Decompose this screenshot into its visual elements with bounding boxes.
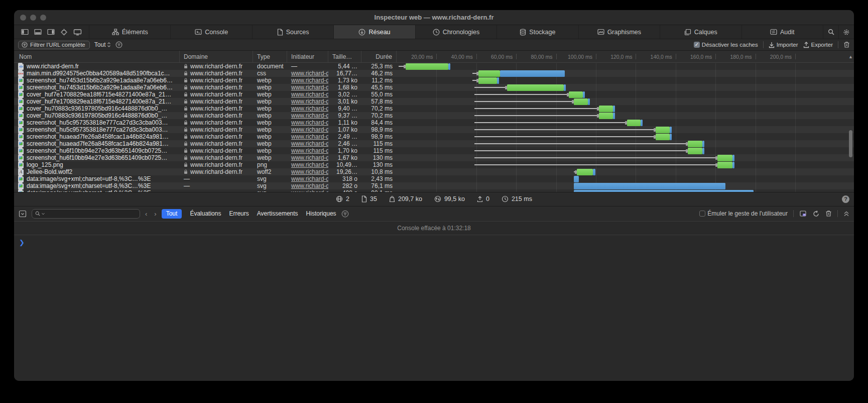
column-header-domaine[interactable]: Domaine	[180, 51, 253, 62]
network-request-row[interactable]: cover_huf7e1708829ea18f6715e48271400e87a…	[14, 91, 854, 98]
waterfall-download-segment[interactable]	[732, 162, 734, 168]
waterfall-download-segment[interactable]	[702, 141, 704, 147]
waterfall-download-segment[interactable]	[613, 106, 615, 112]
reload-icon[interactable]	[812, 210, 820, 218]
tab-calques[interactable]: Calques	[660, 25, 741, 39]
console-collapse-icon[interactable]	[19, 210, 27, 218]
waterfall-response-segment[interactable]	[688, 148, 703, 154]
waterfall-download-segment[interactable]	[500, 70, 565, 77]
initiator-link[interactable]: www.richard-d…	[291, 77, 328, 84]
tab-sources[interactable]: Sources	[252, 25, 333, 39]
network-request-row[interactable]: screenshot_hu5c957353818e777ca27d3c3cba0…	[14, 126, 854, 133]
filter-url-button[interactable]: Filtrer l'URL complète	[18, 41, 90, 49]
resource-type-dropdown[interactable]: Tout	[94, 41, 111, 48]
tab-reseau[interactable]: Réseau	[333, 25, 415, 39]
waterfall-download-segment[interactable]	[702, 148, 704, 154]
initiator-link[interactable]: www.richard-d…	[291, 119, 328, 126]
initiator-link[interactable]: www.richard-d…	[291, 182, 328, 189]
waterfall-download-segment[interactable]	[641, 120, 643, 126]
waterfall-waiting-segment[interactable]	[474, 136, 656, 137]
waterfall-waiting-segment[interactable]	[474, 122, 627, 123]
network-request-row[interactable]: data:image/svg+xml;charset=utf-8,%3C…%3E…	[14, 182, 854, 189]
network-request-row[interactable]: data:image/svg+xml;charset=utf-8,%3C…%3E…	[14, 175, 854, 182]
import-button[interactable]: Importer	[769, 42, 798, 48]
column-header-duree[interactable]: Durée	[361, 51, 397, 62]
network-request-row[interactable]: screenshot_huaead7fe26a8458fcac1a46b824a…	[14, 140, 854, 147]
tab-elements[interactable]: Éléments	[89, 25, 170, 39]
waterfall-waiting-segment[interactable]	[474, 108, 599, 109]
previous-result-button[interactable]: ‹	[145, 210, 147, 218]
waterfall-download-segment[interactable]	[588, 98, 590, 105]
waterfall-download-segment[interactable]	[583, 91, 585, 98]
tab-console[interactable]: Console	[170, 25, 252, 39]
network-request-row[interactable]: AJellee-Bold.woff2www.richard-dern.frwof…	[14, 168, 854, 175]
waterfall-download-segment[interactable]	[670, 134, 672, 140]
column-header-taille[interactable]: Taille…	[328, 51, 361, 62]
column-header-type[interactable]: Type	[253, 51, 287, 62]
waterfall-response-segment[interactable]	[688, 141, 703, 147]
initiator-link[interactable]: www.richard-d…	[291, 140, 328, 147]
network-request-row[interactable]: logo_125.pngwww.richard-dern.frpngwww.ri…	[14, 161, 854, 168]
console-filter-options-icon[interactable]	[341, 210, 349, 218]
waterfall-download-segment[interactable]	[574, 176, 579, 182]
waterfall-waiting-segment[interactable]	[474, 94, 569, 95]
waterfall-download-segment[interactable]	[732, 155, 734, 161]
waterfall-waiting-segment[interactable]	[474, 150, 688, 151]
clear-console-trash-icon[interactable]	[825, 210, 832, 217]
initiator-link[interactable]: www.richard-d…	[291, 154, 328, 161]
waterfall-response-segment[interactable]	[599, 106, 613, 112]
waterfall-response-segment[interactable]	[574, 98, 588, 105]
waterfall-response-segment[interactable]	[599, 113, 613, 119]
help-icon[interactable]: ?	[842, 195, 849, 203]
dock-right-icon[interactable]	[47, 29, 55, 35]
network-request-row[interactable]: screenshot_hu7453d15b6b2a929e1adaa8e7a06…	[14, 84, 854, 91]
console-filter-avertissements[interactable]: Avertissements	[257, 210, 298, 217]
console-search-input[interactable]	[46, 211, 137, 217]
waterfall-response-segment[interactable]	[507, 84, 564, 91]
dock-left-icon[interactable]	[21, 29, 29, 35]
network-request-row[interactable]: cover_huf7e1708829ea18f6715e48271400e87a…	[14, 98, 854, 105]
tab-graphismes[interactable]: Graphismes	[578, 25, 660, 39]
waterfall-download-segment[interactable]	[613, 113, 615, 119]
waterfall-download-segment[interactable]	[448, 63, 450, 70]
emulate-user-gesture-checkbox[interactable]: Émuler le geste de l'utilisateur	[699, 210, 788, 217]
waterfall-download-segment[interactable]	[497, 77, 499, 84]
waterfall-waiting-segment[interactable]	[474, 87, 508, 88]
initiator-link[interactable]: www.richard-d…	[291, 84, 328, 91]
filter-options-icon[interactable]	[115, 41, 122, 48]
waterfall-waiting-segment[interactable]	[474, 101, 574, 102]
network-request-row[interactable]: screenshot_huaead7fe26a8458fcac1a46b824a…	[14, 133, 854, 140]
initiator-link[interactable]: www.richard-d…	[291, 70, 328, 77]
waterfall-download-segment[interactable]	[574, 183, 725, 189]
waterfall-download-segment[interactable]	[670, 127, 672, 133]
console-search-field[interactable]	[32, 209, 140, 219]
waterfall-response-segment[interactable]	[478, 70, 501, 77]
initiator-link[interactable]: www.richard-d…	[291, 91, 328, 98]
waterfall-waiting-segment[interactable]	[474, 115, 599, 116]
network-request-row[interactable]: screenshot_hu5c957353818e777ca27d3c3cba0…	[14, 119, 854, 126]
initiator-link[interactable]: www.richard-d…	[291, 175, 328, 182]
scrollbar-thumb[interactable]	[849, 130, 852, 157]
element-picker-icon[interactable]	[60, 29, 68, 36]
waterfall-waiting-segment[interactable]	[474, 143, 688, 144]
network-request-row[interactable]: cssmain.min.d9924575ec0bba420589a48d5190…	[14, 70, 854, 77]
initiator-link[interactable]: www.richard-d…	[291, 147, 328, 154]
console-filter-historiques[interactable]: Historiques	[306, 210, 336, 217]
initiator-link[interactable]: www.richard-d…	[291, 168, 328, 175]
waterfall-download-segment[interactable]	[564, 84, 566, 91]
waterfall-response-segment[interactable]	[577, 169, 593, 175]
network-request-row[interactable]: screenshot_hu6f10bb94e27e3d63b651409cb07…	[14, 154, 854, 161]
network-request-row[interactable]: <>www.richard-dern.frwww.richard-dern.fr…	[14, 63, 854, 70]
waterfall-response-segment[interactable]	[478, 77, 498, 84]
initiator-link[interactable]: www.richard-d…	[291, 98, 328, 105]
waterfall-response-segment[interactable]	[569, 91, 583, 98]
expand-console-icon[interactable]	[843, 211, 849, 217]
vertical-scrollbar[interactable]	[848, 63, 853, 192]
network-request-row[interactable]: cover_hu70883c936197805bd916c4488876d0b0…	[14, 105, 854, 112]
waterfall-waiting-segment[interactable]	[474, 157, 717, 158]
waterfall-response-segment[interactable]	[717, 162, 732, 168]
initiator-link[interactable]: www.richard-d…	[291, 161, 328, 168]
initiator-link[interactable]: www.richard-d…	[291, 133, 328, 140]
tab-audit[interactable]: Audit	[741, 25, 823, 39]
waterfall-response-segment[interactable]	[656, 127, 670, 133]
